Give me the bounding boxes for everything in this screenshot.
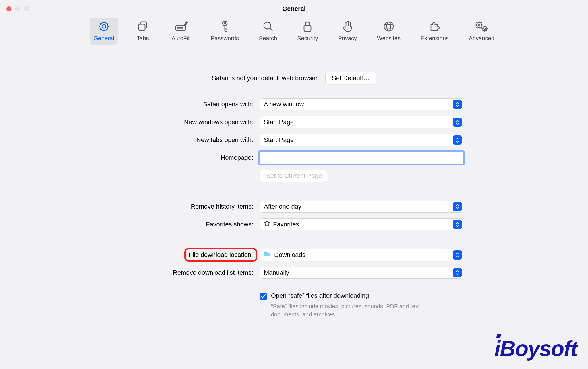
tabs-icon [137,20,148,33]
new-windows-popup[interactable]: Start Page [260,116,463,128]
security-tab[interactable]: Security [293,18,322,45]
opens-with-label: Safari opens with: [125,101,260,108]
search-icon [262,20,274,33]
popup-value: A new window [264,101,459,108]
svg-point-8 [224,23,225,24]
tab-label: Tabs [137,35,149,42]
chevrons-icon [453,220,462,229]
default-browser-row: Safari is not your default web browser. … [212,72,376,84]
svg-point-16 [484,28,486,30]
tab-label: AutoFill [171,35,191,42]
open-safe-checkbox[interactable] [260,293,267,300]
svg-point-13 [477,22,482,28]
svg-point-0 [102,25,106,28]
hand-icon [342,20,353,33]
chevrons-icon [453,202,462,211]
globe-icon [383,20,394,33]
remove-history-popup[interactable]: After one day [260,201,463,213]
set-to-current-page-button[interactable]: Set to Current Page [260,170,328,182]
lock-icon [303,20,312,33]
new-tabs-label: New tabs open with: [125,136,260,144]
key-icon [220,20,229,33]
chevrons-icon [453,135,462,145]
svg-point-11 [384,22,393,31]
pencil-field-icon [175,20,188,33]
popup-value: Downloads [274,251,459,259]
svg-point-15 [483,27,487,31]
search-tab[interactable]: Search [255,18,281,45]
autofill-tab[interactable]: AutoFill [167,18,195,45]
gear-icon [98,20,110,33]
open-safe-label: Open “safe” files after downloading [271,292,432,299]
svg-point-6 [181,28,182,28]
new-tabs-popup[interactable]: Start Page [260,134,463,146]
privacy-tab[interactable]: Privacy [334,18,361,45]
download-location-popup[interactable]: Downloads [260,249,463,261]
folder-icon [264,251,271,259]
svg-rect-17 [264,253,270,256]
svg-point-14 [478,24,480,26]
svg-point-4 [177,28,178,28]
popup-value: Start Page [264,136,459,144]
set-default-button[interactable]: Set Default… [325,72,376,84]
tabs-tab[interactable]: Tabs [130,18,155,45]
opens-with-popup[interactable]: A new window [260,98,463,110]
gears-icon [475,20,488,33]
passwords-tab[interactable]: Passwords [207,18,243,45]
svg-rect-2 [139,24,145,30]
remove-history-label: Remove history items: [125,203,260,210]
svg-point-7 [223,21,227,26]
tab-label: Security [297,35,318,42]
tab-label: General [94,35,114,42]
tab-label: Search [259,35,277,42]
watermark-logo: iBoysoft [494,336,577,361]
svg-rect-10 [304,26,311,31]
chevrons-icon [453,118,462,127]
preferences-toolbar: General Tabs AutoFill [0,18,588,53]
favorites-shows-popup[interactable]: Favorites [260,218,463,230]
tab-label: Websites [377,35,401,42]
svg-point-9 [264,22,271,29]
star-icon [264,220,270,228]
general-pane: Safari is not your default web browser. … [0,60,588,324]
extensions-tab[interactable]: Extensions [417,18,453,45]
chevrons-icon [453,268,462,277]
default-browser-message: Safari is not your default web browser. [212,74,319,82]
websites-tab[interactable]: Websites [373,18,405,45]
download-location-label: File download location: [184,248,257,262]
remove-download-list-popup[interactable]: Manually [260,267,463,279]
svg-point-12 [387,22,391,31]
advanced-tab[interactable]: Advanced [465,18,498,45]
homepage-input[interactable] [260,152,463,164]
svg-point-1 [100,22,108,30]
tab-label: Advanced [469,35,494,42]
chevrons-icon [453,250,462,260]
popup-value: Manually [264,269,459,276]
window-title: General [0,5,588,13]
favorites-shows-label: Favorites shows: [125,221,260,228]
chevrons-icon [453,100,462,109]
remove-download-list-label: Remove download list items: [125,269,260,276]
homepage-label: Homepage: [125,154,260,162]
svg-point-5 [179,28,180,28]
tab-label: Passwords [211,35,239,42]
puzzle-icon [429,20,441,33]
tab-label: Extensions [421,35,449,42]
popup-value: Favorites [273,221,459,228]
new-windows-label: New windows open with: [125,118,260,126]
tab-label: Privacy [338,35,357,42]
general-tab[interactable]: General [90,18,118,45]
popup-value: After one day [264,203,459,210]
open-safe-note: “Safe” files include movies, pictures, s… [271,302,432,318]
popup-value: Start Page [264,118,459,126]
